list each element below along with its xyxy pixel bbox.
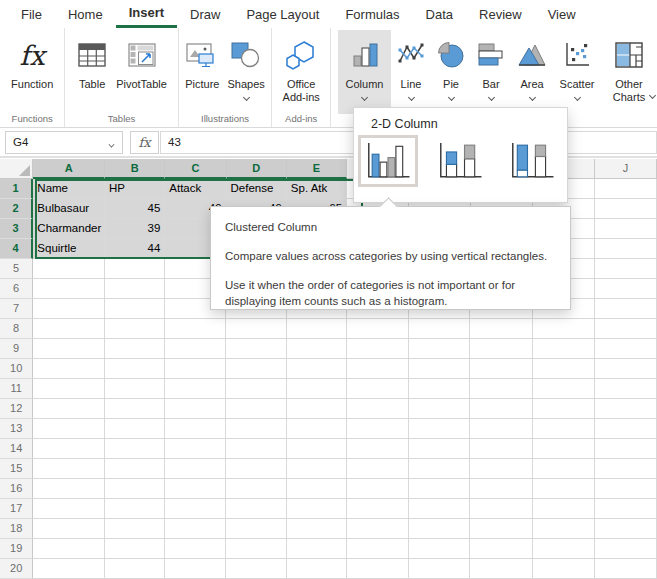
cell-A15[interactable]: [33, 459, 105, 479]
shapes-dropdown-chevron-icon[interactable]: [242, 94, 251, 102]
cell-J8[interactable]: [595, 319, 657, 339]
cell-G18[interactable]: [409, 519, 470, 539]
row-header-9[interactable]: 9: [0, 339, 33, 359]
cell-I8[interactable]: [533, 319, 595, 339]
cell-C17[interactable]: [165, 499, 226, 519]
column-header-A[interactable]: A: [33, 159, 105, 179]
cell-I10[interactable]: [533, 359, 595, 379]
row-header-17[interactable]: 17: [0, 499, 33, 519]
row-header-18[interactable]: 18: [0, 519, 33, 539]
column-header-J[interactable]: J: [595, 159, 657, 179]
other-charts-button[interactable]: Other Charts: [601, 30, 657, 100]
function-button[interactable]: fx Function: [7, 30, 57, 91]
cell-F18[interactable]: [347, 519, 409, 539]
cell-J5[interactable]: [595, 259, 657, 279]
cell-A7[interactable]: [33, 299, 105, 319]
cell-F9[interactable]: [347, 339, 409, 359]
cell-H14[interactable]: [470, 439, 532, 459]
cell-J6[interactable]: [595, 279, 657, 299]
cell-D20[interactable]: [226, 559, 286, 579]
scatter-chart-button[interactable]: Scatter: [553, 30, 601, 102]
cell-H17[interactable]: [470, 499, 532, 519]
row-header-7[interactable]: 7: [0, 299, 33, 319]
cell-C12[interactable]: [165, 399, 226, 419]
cell-D12[interactable]: [226, 399, 286, 419]
cell-A16[interactable]: [33, 479, 105, 499]
cell-E18[interactable]: [287, 519, 347, 539]
cell-F19[interactable]: [347, 539, 409, 559]
cell-F13[interactable]: [347, 419, 409, 439]
tab-formulas[interactable]: Formulas: [332, 0, 412, 28]
cell-D16[interactable]: [226, 479, 286, 499]
cell-A13[interactable]: [33, 419, 105, 439]
tab-view[interactable]: View: [535, 0, 589, 28]
cell-G16[interactable]: [409, 479, 470, 499]
cell-H20[interactable]: [470, 559, 532, 579]
name-box-chevron-icon[interactable]: [108, 142, 116, 149]
tab-review[interactable]: Review: [466, 0, 535, 28]
cell-A18[interactable]: [33, 519, 105, 539]
column-header-D[interactable]: D: [227, 159, 287, 179]
row-header-6[interactable]: 6: [0, 279, 33, 299]
cell-D11[interactable]: [226, 379, 286, 399]
cell-F16[interactable]: [347, 479, 409, 499]
cell-C10[interactable]: [165, 359, 226, 379]
cell-J15[interactable]: [595, 459, 657, 479]
cell-H13[interactable]: [470, 419, 532, 439]
cell-F20[interactable]: [347, 559, 409, 579]
pie-chart-button[interactable]: Pie: [431, 30, 471, 102]
cell-F11[interactable]: [347, 379, 409, 399]
column-header-C[interactable]: C: [165, 159, 226, 179]
cell-B2[interactable]: 45: [105, 199, 165, 219]
cell-J16[interactable]: [595, 479, 657, 499]
row-header-5[interactable]: 5: [0, 259, 33, 279]
cell-B10[interactable]: [105, 359, 165, 379]
row-header-15[interactable]: 15: [0, 459, 33, 479]
cell-D14[interactable]: [226, 439, 286, 459]
cell-E14[interactable]: [287, 439, 347, 459]
cell-C14[interactable]: [165, 439, 226, 459]
cell-J3[interactable]: [595, 219, 657, 239]
cell-B14[interactable]: [105, 439, 165, 459]
tab-insert[interactable]: Insert: [116, 0, 177, 28]
cell-G8[interactable]: [409, 319, 470, 339]
cell-G19[interactable]: [409, 539, 470, 559]
cell-B7[interactable]: [105, 299, 165, 319]
cell-A2[interactable]: Bulbasaur: [33, 199, 105, 219]
cell-G15[interactable]: [409, 459, 470, 479]
cell-F10[interactable]: [347, 359, 409, 379]
cell-G12[interactable]: [409, 399, 470, 419]
cell-B5[interactable]: [105, 259, 165, 279]
cell-J4[interactable]: [595, 239, 657, 259]
cell-I19[interactable]: [533, 539, 595, 559]
cell-D9[interactable]: [226, 339, 286, 359]
cell-A5[interactable]: [33, 259, 105, 279]
cell-H18[interactable]: [470, 519, 532, 539]
cell-A17[interactable]: [33, 499, 105, 519]
cell-I11[interactable]: [533, 379, 595, 399]
row-header-14[interactable]: 14: [0, 439, 33, 459]
cell-C15[interactable]: [165, 459, 226, 479]
row-header-1[interactable]: 1: [0, 179, 33, 199]
cell-A6[interactable]: [33, 279, 105, 299]
cell-H10[interactable]: [470, 359, 532, 379]
cell-I14[interactable]: [533, 439, 595, 459]
cell-J1[interactable]: [595, 179, 657, 199]
cell-H16[interactable]: [470, 479, 532, 499]
cell-I20[interactable]: [533, 559, 595, 579]
other-charts-dropdown-chevron-icon[interactable]: [648, 92, 657, 100]
cell-E8[interactable]: [287, 319, 347, 339]
row-header-12[interactable]: 12: [0, 399, 33, 419]
cell-E13[interactable]: [287, 419, 347, 439]
cell-E12[interactable]: [287, 399, 347, 419]
picture-button[interactable]: Picture: [181, 30, 223, 91]
table-button[interactable]: Table: [72, 30, 112, 91]
cell-A10[interactable]: [33, 359, 105, 379]
cell-F8[interactable]: [347, 319, 409, 339]
scatter-dropdown-chevron-icon[interactable]: [573, 94, 582, 102]
area-dropdown-chevron-icon[interactable]: [528, 94, 537, 102]
shapes-button[interactable]: Shapes: [224, 30, 269, 102]
area-chart-button[interactable]: Area: [511, 30, 553, 102]
tab-page-layout[interactable]: Page Layout: [233, 0, 332, 28]
column-header-E[interactable]: E: [287, 159, 347, 179]
